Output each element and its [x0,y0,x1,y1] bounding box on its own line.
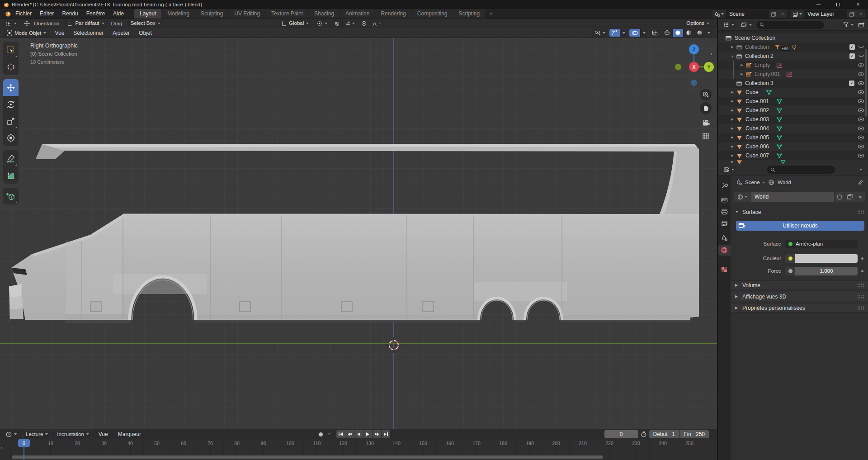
eye-open-icon[interactable] [858,99,864,104]
annotate-tool[interactable] [3,150,19,167]
collection-checkbox[interactable]: ✓ [849,44,855,50]
current-frame-field[interactable]: 0 [604,430,638,438]
outliner-filter-dropdown[interactable] [841,21,856,28]
tab-sculpting[interactable]: Sculpting [195,9,228,19]
snap-toggle[interactable] [332,19,342,27]
snap-target-dropdown[interactable] [342,19,357,27]
menu-editer[interactable]: Éditer [36,9,58,19]
tab-shading[interactable]: Shading [309,9,340,19]
expand-arrow[interactable]: ▶ [729,90,736,94]
menu-rendu[interactable]: Rendu [58,9,82,19]
menu-fenetre[interactable]: Fenêtre [82,9,109,19]
show-overlays-toggle[interactable] [629,29,640,37]
xray-toggle[interactable] [650,29,660,37]
menu-fichier[interactable]: Fichier [11,9,36,19]
eye-open-icon[interactable] [858,108,864,113]
rotate-tool[interactable] [3,96,19,113]
eye-closed-icon[interactable] [858,45,864,49]
tab-world-properties[interactable] [718,245,731,256]
animate-decorator[interactable] [861,257,863,260]
unlink-world-button[interactable]: × [855,192,865,202]
view-layer-remove-button[interactable]: × [856,10,865,18]
select-box-tool[interactable] [3,42,19,58]
drag-dropdown[interactable]: Select Box [127,19,164,27]
maximize-button[interactable] [828,0,848,9]
expand-arrow[interactable]: ▶ [729,100,736,103]
surface-shader-dropdown[interactable]: Arrière-plan [785,240,858,248]
view-layer-name-field[interactable]: View Layer [804,10,847,18]
measure-tool[interactable] [3,167,19,184]
tab-animation[interactable]: Animation [340,9,375,19]
gizmo-minus-z-axis[interactable] [691,80,697,86]
expand-arrow[interactable]: ▶ [729,45,736,49]
eye-open-icon[interactable] [858,153,864,158]
outliner-row-cube-002[interactable]: ▶ Cube.002 [718,106,868,115]
scene-browse-button[interactable] [712,10,726,18]
collection-checkbox[interactable]: ✓ [849,81,854,86]
timeline-marker-menu[interactable]: Marqueur [114,430,145,438]
minimize-button[interactable] [808,0,828,9]
outliner-row-scene-collection[interactable]: Scene Collection [718,33,868,43]
timeline-collapse-chevron[interactable]: › [1,445,3,451]
new-collection-button[interactable] [858,22,865,28]
panel-drag-handle[interactable] [857,306,864,310]
tab-scripting[interactable]: Scripting [453,9,486,19]
tab-rendering[interactable]: Rendering [375,9,411,19]
strength-slider[interactable]: 1.000 [785,267,858,275]
outliner-row-empty-001[interactable]: ▶ Empty.001 [718,70,868,79]
tab-modeling[interactable]: Modeling [162,9,195,19]
scene-unlink-button[interactable]: × [778,10,787,18]
blender-menu-logo-icon[interactable] [0,11,11,17]
outliner-row-cube-005[interactable]: ▶ Cube.005 [718,133,868,142]
use-nodes-button[interactable]: Utiliser nœuds [736,221,864,231]
scene-name-field[interactable]: Scene [726,10,769,18]
auto-key-record-button[interactable] [316,431,325,438]
collapse-arrow[interactable]: ▼ [729,55,736,58]
viewport-display-panel-header[interactable]: ▶ Affichage vues 3D [731,292,868,301]
proportional-falloff-dropdown[interactable] [369,19,384,27]
frame-start-field[interactable]: Début1 [649,430,679,438]
menu-selectionner[interactable]: Sélectionner [70,29,107,37]
timeline-editor-type-button[interactable] [3,431,20,438]
shading-solid-button[interactable] [672,29,683,37]
outliner-row-empty[interactable]: ▶ Empty [718,61,868,70]
active-tool-selector[interactable] [3,19,20,27]
expand-arrow[interactable]: ▶ [729,127,736,130]
gizmo-x-axis[interactable]: X [689,62,699,72]
custom-properties-panel-header[interactable]: ▶ Propriétés personnalisées [731,303,868,313]
expand-arrow[interactable]: ▶ [729,145,736,148]
shading-rendered-button[interactable] [694,29,705,37]
expand-arrow[interactable]: ▶ [729,136,736,139]
tab-output-properties[interactable] [718,206,731,217]
close-button[interactable]: × [848,0,868,9]
outliner-row-cube-007[interactable]: ▶ Cube.007 [718,151,868,160]
expand-arrow[interactable]: ▶ [738,72,745,76]
object-visibility-dropdown[interactable] [592,29,608,37]
timeline-ruler[interactable]: 0 10 20 30 40 50 60 70 80 90 100 110 120… [0,439,717,460]
breadcrumb-scene[interactable]: Scene [745,180,760,185]
world-name-field[interactable]: World [751,192,834,202]
outliner-filter-images-dropdown[interactable] [739,21,754,28]
tab-render-properties[interactable] [718,194,731,205]
panel-drag-handle[interactable] [857,283,864,287]
sidebar-collapse-chevron[interactable]: ‹ [711,51,712,57]
perspective-toggle-button[interactable] [700,130,712,142]
gizmo-dropdown[interactable] [620,29,627,37]
outliner-row-collection-3[interactable]: Collection 3 ✓ [718,79,868,88]
world-browse-button[interactable] [734,192,750,202]
tab-compositing[interactable]: Compositing [412,9,453,19]
animate-decorator[interactable] [861,270,863,272]
transform-tool[interactable] [3,129,19,146]
expand-arrow[interactable]: ▶ [729,154,736,157]
proportional-editing-toggle[interactable] [359,19,369,27]
timeline-scrollbar[interactable] [12,455,603,459]
tab-tool-properties[interactable] [718,180,731,191]
outliner-row-cube-004[interactable]: ▶ Cube.004 [718,124,868,133]
world-color-swatch[interactable] [785,254,858,263]
expand-arrow[interactable]: ▶ [738,63,745,67]
gizmo-y-axis[interactable]: Y [704,62,714,72]
eye-open-icon[interactable] [858,144,864,149]
panel-drag-handle[interactable] [857,294,864,299]
playhead[interactable]: 0 [18,439,30,447]
add-cube-tool[interactable] [3,188,19,204]
